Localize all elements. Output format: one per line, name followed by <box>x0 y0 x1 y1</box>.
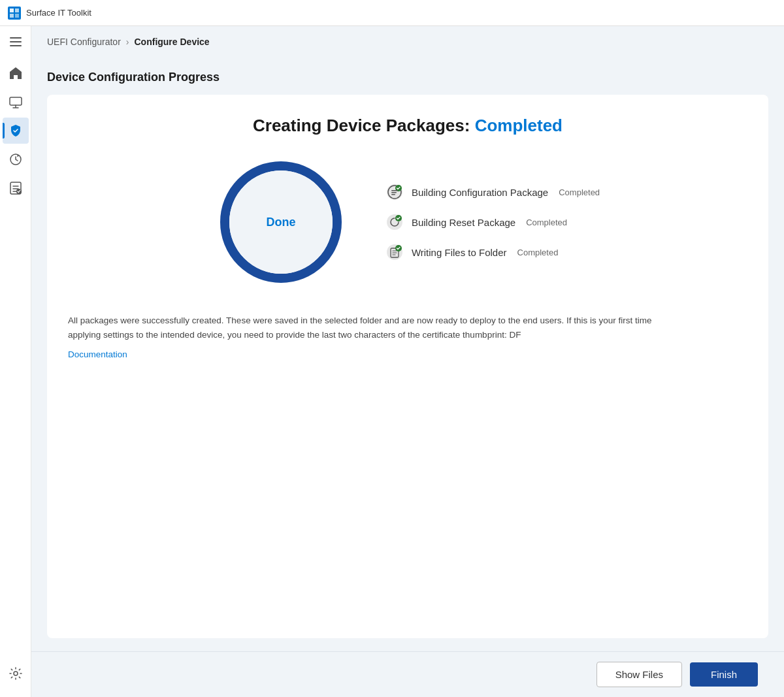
page-content: Device Configuration Progress Creating D… <box>31 57 784 651</box>
progress-visual: Done <box>68 157 747 287</box>
svg-rect-5 <box>10 97 22 105</box>
progress-heading: Creating Device Packages: Completed <box>68 116 747 136</box>
info-text: All packages were successfully created. … <box>68 314 656 342</box>
breadcrumb-separator: › <box>126 37 129 47</box>
app-icon <box>8 7 21 20</box>
reports-icon <box>8 181 23 195</box>
step-label-files: Writing Files to Folder <box>412 247 507 258</box>
step-label-config: Building Configuration Package <box>412 187 548 198</box>
settings-icon <box>8 666 23 681</box>
show-files-button[interactable]: Show Files <box>596 662 682 687</box>
progress-circle: Done <box>216 157 346 287</box>
step-status-config: Completed <box>559 187 600 197</box>
svg-rect-15 <box>391 190 398 191</box>
breadcrumb-current: Configure Device <box>135 37 210 47</box>
content-area: UEFI Configurator › Configure Device Dev… <box>31 26 784 697</box>
svg-point-9 <box>14 672 18 675</box>
sidebar <box>0 26 31 697</box>
step-item-config: Building Configuration Package Completed <box>385 183 600 201</box>
sidebar-item-security[interactable] <box>3 118 29 144</box>
breadcrumb: UEFI Configurator › Configure Device <box>31 26 784 57</box>
svg-rect-17 <box>391 194 395 195</box>
svg-rect-2 <box>15 8 19 12</box>
footer: Show Files Finish <box>31 651 784 697</box>
sidebar-item-devices[interactable] <box>3 89 29 115</box>
step-item-reset: Building Reset Package Completed <box>385 213 600 231</box>
devices-icon <box>8 95 23 109</box>
svg-rect-1 <box>10 8 14 12</box>
steps-list: Building Configuration Package Completed <box>385 183 600 261</box>
sidebar-item-reports[interactable] <box>3 175 29 201</box>
step-icon-reset <box>385 213 404 231</box>
sidebar-item-settings[interactable] <box>3 660 29 687</box>
svg-rect-16 <box>391 192 397 193</box>
breadcrumb-parent: UEFI Configurator <box>47 37 121 47</box>
sidebar-item-updates[interactable] <box>3 146 29 172</box>
svg-rect-4 <box>15 14 19 18</box>
sidebar-item-home[interactable] <box>3 60 29 86</box>
step-status-reset: Completed <box>526 218 567 227</box>
step-status-files: Completed <box>517 248 559 257</box>
heading-prefix: Creating Device Packages: <box>253 116 475 135</box>
circle-label: Done <box>266 216 295 229</box>
app-title: Surface IT Toolkit <box>26 8 91 18</box>
step-icon-config <box>385 183 404 201</box>
step-item-files: Writing Files to Folder Completed <box>385 243 600 261</box>
titlebar: Surface IT Toolkit <box>0 0 784 26</box>
step-label-reset: Building Reset Package <box>412 217 515 228</box>
home-icon <box>8 66 23 80</box>
finish-button[interactable]: Finish <box>690 662 758 687</box>
svg-rect-3 <box>10 14 14 18</box>
hamburger-menu[interactable] <box>5 31 26 52</box>
security-icon <box>8 123 23 138</box>
step-icon-files <box>385 243 404 261</box>
heading-status: Completed <box>475 116 563 135</box>
documentation-link[interactable]: Documentation <box>68 349 747 359</box>
sidebar-nav <box>0 60 31 201</box>
circle-inner: Done <box>229 170 333 274</box>
page-title: Device Configuration Progress <box>47 71 768 84</box>
updates-icon <box>8 152 23 167</box>
main-card: Creating Device Packages: Completed Done <box>47 95 768 638</box>
